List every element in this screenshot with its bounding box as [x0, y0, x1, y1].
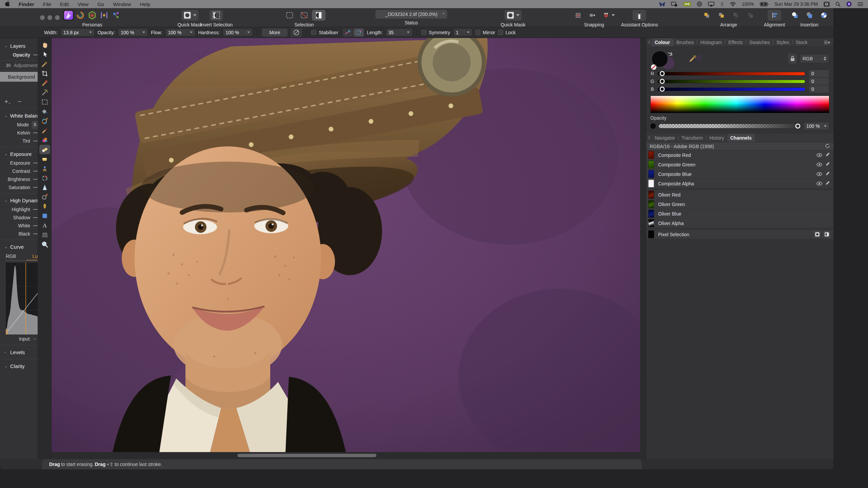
move-to-front-button[interactable] [700, 10, 714, 21]
invert-pixel-selection-button[interactable] [312, 10, 326, 21]
black-slider-stub[interactable] [33, 233, 38, 234]
tab-transform[interactable]: Transform [678, 134, 706, 142]
symmetry-checkbox[interactable] [421, 30, 427, 35]
channel-row-oliver-green[interactable]: Oliver Green [646, 200, 833, 209]
menu-help[interactable]: Help [140, 1, 151, 7]
snapping-dropdown-caret[interactable] [612, 14, 615, 16]
remove-layer-button[interactable]: − [18, 98, 22, 105]
colour-picker-tool[interactable] [39, 59, 50, 69]
flood-select-tool[interactable] [39, 88, 50, 97]
marquee-tool[interactable] [39, 97, 50, 107]
panel-grip-icon[interactable]: ‖ [648, 40, 650, 45]
bluetooth-icon[interactable] [720, 2, 724, 7]
kelvin-slider-stub[interactable] [33, 133, 38, 133]
green-slider-track[interactable] [657, 80, 805, 83]
wifi-icon[interactable] [730, 2, 736, 6]
channel-row-oliver-alpha[interactable]: Oliver Alpha [646, 219, 833, 228]
zoom-window-button[interactable] [55, 15, 60, 20]
symmetry-count-field[interactable]: 1 [453, 28, 472, 36]
tab-history[interactable]: History [706, 134, 727, 142]
shape-tool[interactable] [39, 211, 50, 221]
airplay-icon[interactable] [708, 2, 714, 7]
brush-preview-button[interactable] [291, 28, 302, 37]
quick-mask-dropdown-caret-2[interactable] [516, 14, 520, 16]
editable-pencil-icon[interactable] [825, 162, 830, 167]
smudge-tool[interactable] [39, 192, 50, 202]
width-field[interactable]: 13.8 px [61, 28, 95, 36]
hardness-field[interactable]: 100 % [223, 28, 253, 36]
selection-brush-tool[interactable] [39, 78, 50, 88]
opacity-slider-track[interactable] [659, 124, 801, 128]
editable-pencil-icon[interactable] [825, 181, 830, 186]
develop-persona-button[interactable] [87, 10, 98, 21]
insert-inside-button[interactable] [817, 10, 831, 21]
opacity-slider-stub[interactable] [33, 55, 38, 55]
snapping-magnet-button[interactable] [600, 10, 617, 21]
move-tool[interactable] [39, 50, 50, 59]
background-erase-tool[interactable] [39, 154, 50, 164]
tab-swatches[interactable]: Swatches [746, 38, 773, 46]
red-slider-knob[interactable] [660, 71, 665, 76]
mirror-toggle[interactable]: Mirror [475, 30, 495, 35]
colour-model-select[interactable]: RGB [800, 54, 829, 63]
curve-tab-rgb[interactable]: RGB [6, 253, 16, 259]
quick-mask-button-2[interactable] [505, 10, 522, 21]
butterfly-icon[interactable] [659, 2, 665, 7]
visibility-eye-icon[interactable] [816, 171, 822, 177]
curve-histogram[interactable] [6, 263, 38, 334]
select-all-button[interactable] [283, 10, 296, 21]
colour-replacement-brush-tool[interactable] [39, 116, 50, 126]
blue-slider-track[interactable] [657, 87, 805, 91]
document-status-pill[interactable]: _DD32324 2.tif (200.0%) * [375, 10, 447, 19]
mirror-checkbox[interactable] [475, 30, 480, 35]
levels-section-header[interactable]: › Levels [0, 347, 38, 357]
text-tool[interactable]: A [39, 221, 50, 230]
symmetry-toggle[interactable]: Symmetry [421, 30, 450, 35]
stabiliser-checkbox[interactable] [311, 30, 316, 35]
alignment-button[interactable] [768, 10, 781, 21]
move-backward-button[interactable] [729, 10, 743, 21]
tab-navigator[interactable]: Navigator [652, 134, 678, 142]
clarity-section-header[interactable]: ⌄ Clarity [0, 361, 38, 371]
move-forward-button[interactable] [715, 10, 728, 21]
white-slider-stub[interactable] [33, 225, 38, 226]
white-balance-section-header[interactable]: ⌄ White Balance [0, 110, 38, 121]
snapping-grid-button[interactable] [571, 10, 585, 21]
panel-grip-icon[interactable]: ‖ [648, 136, 650, 140]
curve-section-header[interactable]: ⌄ Curve [0, 242, 38, 252]
editable-pencil-icon[interactable] [825, 152, 830, 158]
circle-o-icon[interactable] [697, 1, 702, 7]
brightness-slider-stub[interactable] [33, 179, 38, 180]
export-persona-button[interactable] [111, 10, 121, 21]
green-value-box[interactable]: 0 [808, 77, 829, 85]
blue-value-box[interactable]: 0 [808, 85, 829, 93]
channel-row-oliver-blue[interactable]: Oliver Blue [646, 209, 833, 218]
jve-badge[interactable]: JVE [683, 2, 691, 6]
visibility-eye-icon[interactable] [816, 181, 822, 186]
healing-brush-tool[interactable] [39, 173, 50, 183]
tab-styles[interactable]: Styles [773, 38, 792, 46]
menu-edit[interactable]: Edit [60, 1, 69, 7]
window-stabiliser-button[interactable] [354, 28, 364, 37]
opacity-value-box[interactable]: 100 % [804, 122, 829, 130]
photo-persona-button[interactable] [63, 10, 74, 21]
tab-stock[interactable]: Stock [793, 38, 811, 46]
curve-tab-luminosity[interactable]: Lu [32, 253, 38, 259]
saturation-slider-stub[interactable] [33, 187, 38, 188]
close-window-button[interactable] [40, 15, 45, 20]
visibility-eye-icon[interactable] [816, 162, 822, 167]
menu-window[interactable]: Window [113, 1, 131, 7]
document-canvas[interactable] [52, 38, 646, 452]
colour-model-stepper-icon[interactable] [824, 57, 826, 61]
snapping-move-button[interactable] [586, 10, 599, 21]
lock-checkbox[interactable] [498, 30, 503, 35]
visibility-eye-icon[interactable] [816, 152, 822, 158]
canvas-horizontal-scrollbar[interactable] [52, 452, 646, 459]
tab-colour[interactable]: Colour [652, 38, 673, 46]
add-layer-button[interactable]: +⌄ [4, 98, 11, 105]
tab-histogram[interactable]: Histogram [697, 38, 725, 46]
channel-row-oliver-red[interactable]: Oliver Red [646, 190, 833, 199]
assistant-options-button[interactable] [633, 10, 646, 21]
quick-mask-toggle-icon[interactable] [814, 231, 821, 238]
channel-row-composite-blue[interactable]: Composite Blue [646, 169, 833, 179]
